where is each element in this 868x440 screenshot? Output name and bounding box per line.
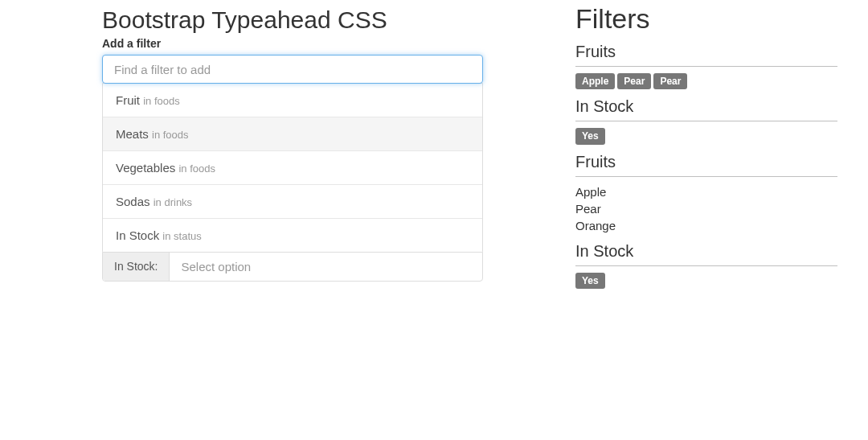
filters-title: Filters <box>575 3 837 5</box>
